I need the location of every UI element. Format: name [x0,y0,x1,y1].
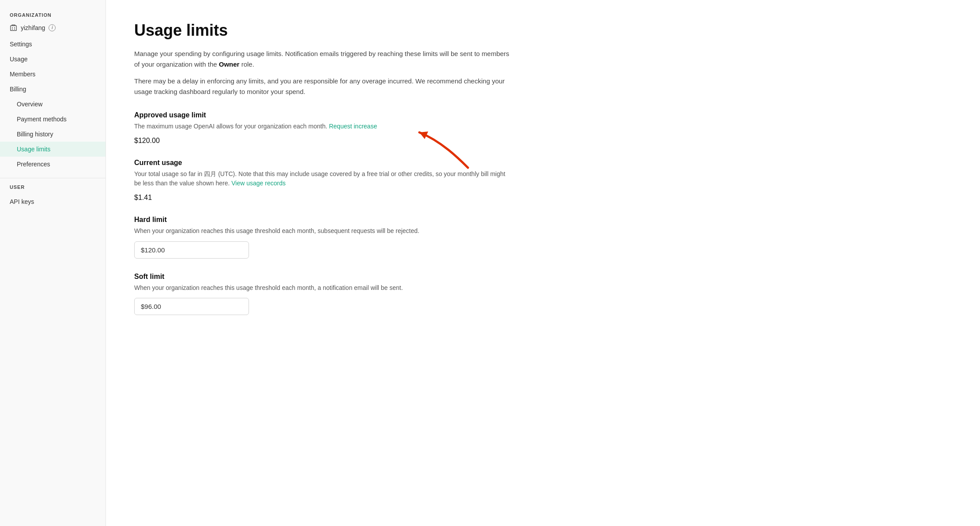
org-name-row: yizhifang i [0,22,106,37]
current-usage-section: Current usage Your total usage so far in… [134,159,514,202]
soft-limit-section: Soft limit When your organization reache… [134,273,514,316]
page-title: Usage limits [134,21,952,40]
sidebar-item-payment-methods[interactable]: Payment methods [0,112,106,127]
info-icon[interactable]: i [49,24,56,31]
main-content: Usage limits Manage your spending by con… [106,0,980,526]
user-section-label: USER [0,184,106,194]
approved-usage-desc: The maximum usage OpenAI allows for your… [134,122,514,132]
soft-limit-input[interactable] [134,298,249,315]
hard-limit-desc: When your organization reaches this usag… [134,226,514,236]
hard-limit-input[interactable] [134,241,249,259]
sidebar-item-preferences[interactable]: Preferences [0,157,106,172]
current-usage-value: $1.41 [134,194,514,202]
current-usage-title: Current usage [134,159,514,167]
hard-limit-section: Hard limit When your organization reache… [134,216,514,259]
sidebar: ORGANIZATION yizhifang i Settings Usage … [0,0,106,526]
sidebar-divider [0,178,106,178]
soft-limit-title: Soft limit [134,273,514,281]
sidebar-item-usage[interactable]: Usage [0,52,106,67]
sidebar-item-settings[interactable]: Settings [0,37,106,52]
description-p2: There may be a delay in enforcing any li… [134,76,514,97]
request-increase-link[interactable]: Request increase [329,123,377,130]
sidebar-item-api-keys[interactable]: API keys [0,194,106,209]
svg-rect-0 [11,26,17,30]
current-usage-desc: Your total usage so far in 四月 (UTC). Not… [134,169,514,188]
description-p1: Manage your spending by configuring usag… [134,49,514,70]
approved-usage-title: Approved usage limit [134,111,514,119]
org-section-label: ORGANIZATION [0,12,106,22]
sidebar-item-members[interactable]: Members [0,67,106,82]
approved-usage-section: Approved usage limit The maximum usage O… [134,111,514,145]
hard-limit-title: Hard limit [134,216,514,224]
view-usage-records-link[interactable]: View usage records [231,180,286,187]
sidebar-item-billing-history[interactable]: Billing history [0,127,106,142]
description-block: Manage your spending by configuring usag… [134,49,514,97]
approved-usage-value: $120.00 [134,137,514,145]
building-icon [10,24,17,31]
sidebar-item-usage-limits[interactable]: Usage limits [0,142,106,157]
soft-limit-desc: When your organization reaches this usag… [134,283,514,293]
org-name-text: yizhifang [21,24,45,31]
sidebar-item-overview[interactable]: Overview [0,97,106,112]
sidebar-item-billing[interactable]: Billing [0,82,106,97]
